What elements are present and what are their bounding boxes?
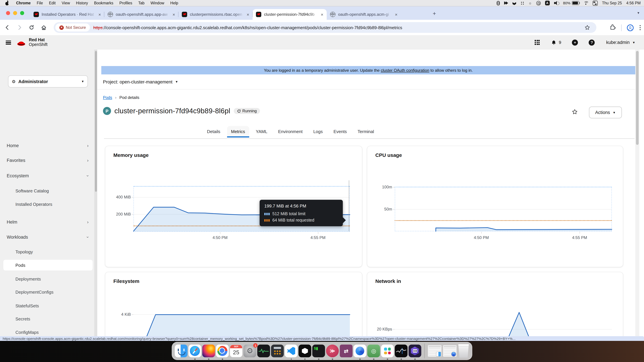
input-source-icon[interactable]: A <box>545 1 550 5</box>
browser-menu-icon[interactable] <box>639 24 641 31</box>
cluster-oauth-link[interactable]: cluster OAuth configuration <box>381 68 429 72</box>
back-button[interactable] <box>4 24 11 31</box>
tab-terminal[interactable]: Terminal <box>354 126 378 137</box>
tab-close-icon[interactable]: × <box>247 12 249 17</box>
sidebar-item-ecosystem[interactable]: Ecosystem› <box>7 171 88 180</box>
dock-terminal-icon[interactable]: $▮ <box>312 345 325 357</box>
sidebar-item-configmaps[interactable]: ConfigMaps <box>16 328 88 337</box>
perspective-switcher[interactable]: ⚙ Administrator ▼ <box>8 75 88 87</box>
tab-close-icon[interactable]: × <box>395 12 398 17</box>
page-scrollbar-thumb[interactable] <box>636 51 639 145</box>
tab-search-chevron-icon[interactable]: ▾ <box>638 11 639 15</box>
dock-activity-monitor-icon[interactable] <box>257 345 270 357</box>
brand-logo[interactable]: Red Hat OpenShift <box>16 38 48 47</box>
menubar-clock[interactable]: 4:56 PM <box>626 1 641 5</box>
menu-window[interactable]: Window <box>148 1 167 5</box>
extensions-icon[interactable] <box>609 24 616 31</box>
reload-button[interactable] <box>28 24 35 31</box>
menu-history[interactable]: History <box>73 1 91 5</box>
menuextra-stack-icon[interactable] <box>512 1 516 5</box>
apple-menu-icon[interactable] <box>5 1 9 5</box>
breadcrumb-pods-link[interactable]: Pods <box>103 95 112 100</box>
nav-toggle-icon[interactable] <box>6 40 11 44</box>
minimized-window-2[interactable] <box>443 345 457 357</box>
sidebar-item-statefulsets[interactable]: StatefulSets <box>16 301 88 310</box>
page-scrollbar[interactable] <box>635 50 639 343</box>
dock-chrome-icon[interactable] <box>216 345 229 357</box>
menu-tab[interactable]: Tab <box>135 1 148 5</box>
control-center-icon[interactable] <box>592 0 598 5</box>
tab-close-icon[interactable]: × <box>172 12 175 17</box>
help-icon[interactable]: ? <box>589 39 595 45</box>
quick-create-icon[interactable]: + <box>572 39 578 45</box>
new-tab-button[interactable]: + <box>433 10 436 17</box>
dock-system-settings-icon[interactable]: ⚙1 <box>244 345 256 357</box>
sidebar-item-topology[interactable]: Topology <box>16 247 88 256</box>
cpu-series[interactable] <box>395 187 612 231</box>
browser-tab-2[interactable]: oauth-openshift.apps.app-aw × <box>104 9 178 20</box>
bookmark-star-icon[interactable] <box>584 24 590 32</box>
keyboard-brightness-icon[interactable]: ☼ <box>528 1 532 5</box>
menu-view[interactable]: View <box>59 1 73 5</box>
notifications-bell-icon[interactable] <box>551 40 556 45</box>
menu-chrome[interactable]: Chrome <box>13 1 34 5</box>
window-close-button[interactable] <box>6 11 10 15</box>
wifi-icon[interactable] <box>584 1 588 5</box>
dock-unity-icon[interactable] <box>298 345 311 357</box>
dock-calculator-icon[interactable] <box>271 345 284 357</box>
tab-environment[interactable]: Environment <box>274 126 306 137</box>
home-button[interactable] <box>40 24 47 31</box>
tab-yaml[interactable]: YAML <box>252 126 271 137</box>
sidebar-item-favorites[interactable]: Favorites› <box>7 156 88 165</box>
sidebar-item-workloads[interactable]: Workloads› <box>7 232 88 242</box>
tab-close-icon[interactable]: × <box>321 12 323 17</box>
dock-vscode-icon[interactable] <box>285 345 298 357</box>
tab-details[interactable]: Details <box>203 126 224 137</box>
menuextra-capsule-icon[interactable] <box>496 1 500 5</box>
sidebar-item-deployments[interactable]: Deployments <box>16 274 88 284</box>
profile-avatar-icon[interactable] <box>627 24 634 31</box>
menu-profiles[interactable]: Profiles <box>116 1 135 5</box>
tab-events[interactable]: Events <box>330 126 351 137</box>
window-minimize-button[interactable] <box>13 11 17 15</box>
dock-simulator-icon[interactable] <box>354 345 366 357</box>
network-in-series[interactable] <box>395 309 612 340</box>
filesystem-series[interactable] <box>134 302 350 340</box>
dock-safari-icon[interactable] <box>188 345 201 357</box>
security-chip[interactable]: ✕ Not Secure <box>55 23 90 31</box>
sidebar-item-home[interactable]: Home› <box>7 141 88 150</box>
battery-indicator[interactable]: 80% <box>563 1 579 5</box>
menubar-date[interactable]: Thu Sep 25 <box>602 1 622 5</box>
sidebar-item-deploymentconfigs[interactable]: DeploymentConfigs <box>16 287 88 297</box>
dock-atom-icon[interactable]: ◎ <box>367 345 380 357</box>
dock-tr ash-icon[interactable] <box>458 344 469 358</box>
menuextra-arrows-icon[interactable] <box>504 1 508 5</box>
menu-bookmarks[interactable]: Bookmarks <box>91 1 116 5</box>
browser-tab-4-active[interactable]: cluster-permission-7fd94c9b × <box>252 9 327 20</box>
menu-edit[interactable]: Edit <box>46 1 59 5</box>
sidebar-scrollbar[interactable] <box>94 50 97 343</box>
user-menu[interactable]: kube:admin ▼ <box>606 40 635 45</box>
dock-finder-icon[interactable] <box>175 345 188 357</box>
tab-logs[interactable]: Logs <box>309 126 327 137</box>
browser-tab-1[interactable]: Installed Operators · Red Hat × <box>30 9 104 20</box>
window-zoom-button[interactable] <box>20 11 24 15</box>
dock-stocks-icon[interactable] <box>395 345 408 357</box>
omnibox[interactable]: ✕ Not Secure https://console-openshift-c… <box>54 22 596 33</box>
tab-close-icon[interactable]: × <box>98 12 101 17</box>
sidebar-item-installed-operators[interactable]: Installed Operators <box>16 199 88 209</box>
favorite-star-icon[interactable] <box>572 109 578 116</box>
browser-tab-3[interactable]: clusterpermissions.rbac.open × <box>178 9 252 20</box>
dock-slack-icon[interactable] <box>381 345 394 357</box>
minimized-window-1[interactable] <box>428 345 442 357</box>
app-launcher-icon[interactable] <box>535 40 540 45</box>
sidebar-item-secrets[interactable]: Secrets <box>16 314 88 324</box>
menuextra-dots-icon[interactable] <box>520 1 524 5</box>
menu-help[interactable]: Help <box>167 1 181 5</box>
forward-button[interactable] <box>16 24 23 31</box>
project-selector[interactable]: Project: open-cluster-management ▼ <box>97 74 639 89</box>
dock-firefox-icon[interactable] <box>202 345 215 357</box>
dock-calendar-icon[interactable]: SEP 25 <box>230 345 242 357</box>
lock-icon[interactable] <box>536 1 540 5</box>
dock-file-transfer-icon[interactable]: ⇄ <box>340 345 352 357</box>
